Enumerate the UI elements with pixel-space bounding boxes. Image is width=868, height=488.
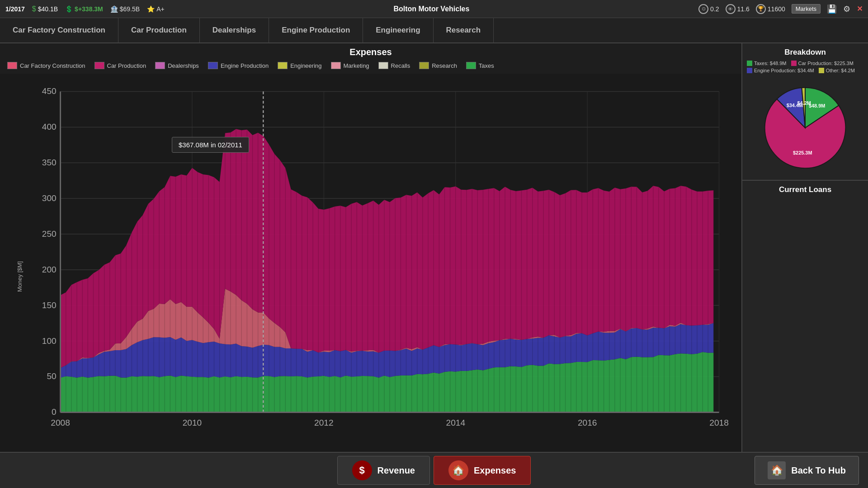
topbar: 1/2017 $ $40.1B 💲 $+338.3M 🏦 $69.5B ⭐ A+… (0, 0, 868, 18)
expenses-icon: 🏠 (448, 460, 468, 480)
breakdown-swatch (747, 68, 752, 73)
chart-area[interactable]: Money [$M] 05010015020025030035040045020… (0, 74, 741, 479)
pie-chart-container: $48.9M$225.3M$34.4M$4.2M (747, 76, 863, 175)
svg-text:400: 400 (42, 122, 57, 131)
pie-chart: $48.9M$225.3M$34.4M$4.2M (747, 78, 863, 173)
legend-swatch (278, 62, 288, 69)
chart-legend: Car Factory ConstructionCar ProductionDe… (0, 57, 741, 74)
svg-text:2018: 2018 (709, 418, 729, 427)
legend-item-marketing: Marketing (331, 62, 369, 69)
back-hub-label: Back To Hub (791, 465, 846, 476)
legend-item-engine-production: Engine Production (208, 62, 269, 69)
tab-dealerships[interactable]: Dealerships (200, 18, 269, 42)
svg-text:250: 250 (42, 229, 57, 239)
tab-engineering[interactable]: Engineering (363, 18, 433, 42)
income-display: 💲 $+338.3M (65, 5, 103, 13)
svg-text:50: 50 (47, 371, 56, 381)
svg-text:2014: 2014 (446, 418, 466, 427)
svg-text:200: 200 (42, 265, 57, 274)
tab-engine-production[interactable]: Engine Production (269, 18, 363, 42)
breakdown-swatch (747, 61, 752, 66)
markets-button[interactable]: Markets (792, 4, 821, 14)
expenses-label: Expenses (474, 465, 516, 476)
bottom-bar: $ Revenue 🏠 Expenses 🏠 Back To Hub (0, 452, 868, 488)
back-to-hub-button[interactable]: 🏠 Back To Hub (755, 456, 859, 485)
expenses-title: Expenses (0, 43, 741, 57)
date-display: 1/2017 (5, 5, 25, 13)
svg-text:$225.3M: $225.3M (793, 150, 812, 155)
svg-text:2016: 2016 (578, 418, 597, 427)
svg-text:$48.9M: $48.9M (809, 103, 825, 108)
settings-icon[interactable]: ⚙ (843, 4, 850, 14)
legend-swatch (419, 62, 429, 69)
money-icon: $ (32, 5, 36, 13)
svg-text:350: 350 (42, 158, 57, 167)
svg-text:2012: 2012 (314, 418, 334, 427)
breakdown-legend-item: Engine Production: $34.4M (747, 68, 814, 73)
breakdown-swatch (819, 68, 824, 73)
svg-text:150: 150 (42, 300, 57, 310)
svg-text:450: 450 (42, 86, 57, 96)
save-icon[interactable]: 💾 (827, 4, 837, 14)
tab-car-factory-construction[interactable]: Car Factory Construction (0, 18, 118, 42)
y-axis-label: Money [$M] (16, 261, 23, 292)
svg-text:2008: 2008 (51, 418, 70, 427)
legend-item-car-production: Car Production (94, 62, 146, 69)
legend-item-dealerships: Dealerships (155, 62, 199, 69)
breakdown-legend-item: Car Production: $225.3M (791, 61, 854, 66)
legend-swatch (331, 62, 341, 69)
rating-icon: ⭐ (147, 5, 155, 13)
stat1-display: ⊙ 0.2 (698, 4, 719, 14)
topbar-right: ⊙ 0.2 👁 11.6 🏆 11600 Markets 💾 ⚙ ✕ (698, 4, 863, 14)
revenue-button[interactable]: $ Revenue (337, 456, 430, 485)
stat1-icon: ⊙ (698, 4, 708, 14)
svg-text:2010: 2010 (183, 418, 202, 427)
loans-title: Current Loans (747, 185, 863, 194)
legend-item-recalls: Recalls (378, 62, 410, 69)
stat2-icon: 👁 (726, 4, 736, 14)
revenue-icon: $ (352, 460, 372, 480)
savings-display: 🏦 $69.5B (110, 5, 140, 13)
breakdown-title: Breakdown (747, 48, 863, 57)
expenses-chart: 0501001502002503003504004502008201020122… (27, 78, 732, 452)
rating-display: ⭐ A+ (147, 5, 165, 13)
nav-tabs: Car Factory Construction Car Production … (0, 18, 868, 43)
legend-swatch (155, 62, 165, 69)
legend-swatch (208, 62, 218, 69)
legend-swatch (466, 62, 476, 69)
breakdown-swatch (791, 61, 797, 66)
main-content: Expenses Car Factory ConstructionCar Pro… (0, 43, 868, 452)
svg-text:0: 0 (52, 407, 57, 417)
legend-swatch (378, 62, 388, 69)
breakdown-legend-item: Taxes: $48.9M (747, 61, 787, 66)
company-title: Bolton Motor Vehicles (172, 5, 691, 13)
tab-car-production[interactable]: Car Production (118, 18, 200, 42)
stat3-display: 🏆 11600 (756, 4, 785, 14)
right-panel: Breakdown Taxes: $48.9MCar Production: $… (741, 43, 868, 452)
income-icon: 💲 (65, 5, 73, 13)
breakdown-legend-item: Other: $4.2M (819, 68, 855, 73)
hub-icon: 🏠 (768, 461, 786, 479)
legend-swatch (7, 62, 17, 69)
stat3-icon: 🏆 (756, 4, 766, 14)
legend-item-research: Research (419, 62, 457, 69)
svg-text:$4.2M: $4.2M (797, 100, 811, 106)
legend-item-engineering: Engineering (278, 62, 321, 69)
total-money: $ $40.1B (32, 5, 58, 13)
legend-swatch (94, 62, 104, 69)
svg-text:100: 100 (42, 336, 57, 346)
revenue-label: Revenue (377, 465, 415, 476)
legend-item-car-factory-construction: Car Factory Construction (7, 62, 85, 69)
breakdown-section: Breakdown Taxes: $48.9MCar Production: $… (742, 43, 868, 181)
legend-item-taxes: Taxes (466, 62, 494, 69)
svg-text:300: 300 (42, 193, 57, 203)
expenses-button[interactable]: 🏠 Expenses (434, 456, 531, 485)
chart-panel: Expenses Car Factory ConstructionCar Pro… (0, 43, 741, 452)
stat2-display: 👁 11.6 (726, 4, 750, 14)
tab-research[interactable]: Research (434, 18, 494, 42)
savings-icon: 🏦 (110, 5, 118, 13)
breakdown-legend: Taxes: $48.9MCar Production: $225.3MEngi… (747, 61, 863, 73)
close-button[interactable]: ✕ (857, 5, 863, 13)
loans-section: Current Loans (742, 181, 868, 452)
